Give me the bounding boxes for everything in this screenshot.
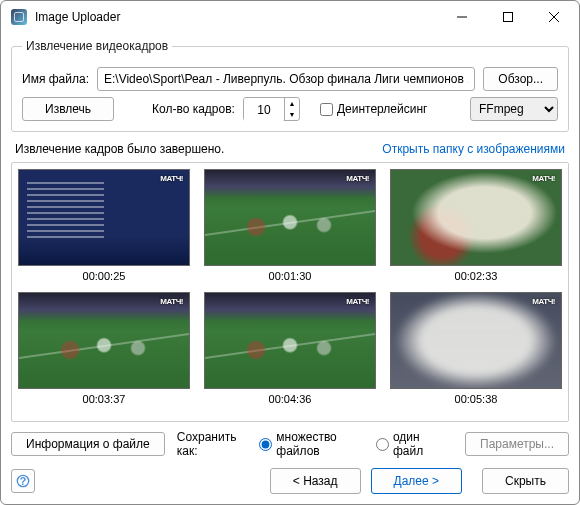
minimize-button[interactable] <box>439 2 485 32</box>
frames-input[interactable] <box>244 98 284 122</box>
engine-select[interactable]: FFmpeg <box>470 97 558 121</box>
radio-multiple-files[interactable]: множество файлов <box>259 430 364 458</box>
spin-up-icon[interactable]: ▲ <box>285 98 299 109</box>
params-button[interactable]: Параметры... <box>465 432 569 456</box>
timestamp: 00:03:37 <box>83 393 126 405</box>
maximize-button[interactable] <box>485 2 531 32</box>
app-icon <box>11 9 27 25</box>
filename-label: Имя файла: <box>22 72 89 86</box>
thumbnail[interactable]: МАТЧ! 00:04:36 <box>204 292 376 405</box>
timestamp: 00:00:25 <box>83 270 126 282</box>
svg-text:?: ? <box>20 475 26 487</box>
save-as-label: Сохранить как: <box>177 430 248 458</box>
hide-button[interactable]: Скрыть <box>482 468 569 494</box>
thumbnails-panel[interactable]: МАТЧ! 00:00:25 МАТЧ! 00:01:30 МАТЧ! 00:0… <box>11 162 569 422</box>
extract-button[interactable]: Извлечь <box>22 97 114 121</box>
timestamp: 00:02:33 <box>455 270 498 282</box>
watermark: МАТЧ! <box>532 297 555 306</box>
open-folder-link[interactable]: Открыть папку с изображениями <box>382 142 565 156</box>
thumbnail[interactable]: МАТЧ! 00:05:38 <box>390 292 562 405</box>
file-info-button[interactable]: Информация о файле <box>11 432 165 456</box>
next-button[interactable]: Далее > <box>371 468 463 494</box>
spin-down-icon[interactable]: ▼ <box>285 109 299 120</box>
frames-label: Кол-во кадров: <box>152 102 235 116</box>
back-button[interactable]: < Назад <box>270 468 361 494</box>
radio-single-file[interactable]: один файл <box>376 430 441 458</box>
watermark: МАТЧ! <box>160 174 183 183</box>
filename-input[interactable] <box>97 67 475 91</box>
watermark: МАТЧ! <box>346 297 369 306</box>
thumbnail[interactable]: МАТЧ! 00:03:37 <box>18 292 190 405</box>
extraction-group: Извлечение видеокадров Имя файла: Обзор.… <box>11 39 569 132</box>
watermark: МАТЧ! <box>346 174 369 183</box>
close-button[interactable] <box>531 2 577 32</box>
browse-button[interactable]: Обзор... <box>483 67 558 91</box>
watermark: МАТЧ! <box>532 174 555 183</box>
group-legend: Извлечение видеокадров <box>22 39 172 53</box>
help-button[interactable]: ? <box>11 469 35 493</box>
thumbnail[interactable]: МАТЧ! 00:00:25 <box>18 169 190 282</box>
timestamp: 00:01:30 <box>269 270 312 282</box>
titlebar: Image Uploader <box>1 1 579 33</box>
svg-rect-0 <box>504 13 513 22</box>
timestamp: 00:05:38 <box>455 393 498 405</box>
watermark: МАТЧ! <box>160 297 183 306</box>
deinterlace-checkbox[interactable]: Деинтерлейсинг <box>320 102 428 116</box>
frames-spinner[interactable]: ▲ ▼ <box>243 97 300 121</box>
thumbnail[interactable]: МАТЧ! 00:01:30 <box>204 169 376 282</box>
help-icon: ? <box>16 474 30 488</box>
window-title: Image Uploader <box>35 10 439 24</box>
thumbnail[interactable]: МАТЧ! 00:02:33 <box>390 169 562 282</box>
status-message: Извлечение кадров было завершено. <box>15 142 224 156</box>
timestamp: 00:04:36 <box>269 393 312 405</box>
